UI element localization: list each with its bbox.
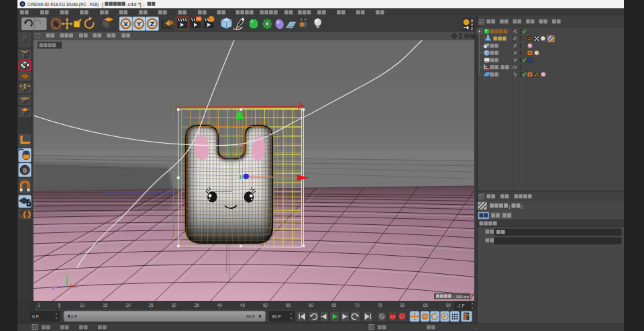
svg-text:X: X (123, 20, 128, 28)
svg-text:90 F: 90 F (246, 314, 255, 319)
svg-text:15: 15 (103, 303, 108, 308)
svg-text:90: 90 (446, 303, 451, 308)
svg-text:z: z (52, 287, 54, 291)
svg-text:x: x (70, 283, 72, 287)
svg-text:65: 65 (331, 303, 337, 308)
svg-text:0 F: 0 F (71, 314, 77, 319)
svg-text:Y: Y (137, 20, 142, 28)
svg-text:60: 60 (309, 303, 314, 308)
svg-text:35: 35 (195, 303, 200, 308)
svg-text:?: ? (400, 314, 403, 319)
svg-text:5: 5 (58, 303, 61, 308)
svg-text:25: 25 (148, 303, 154, 308)
svg-text:0 F: 0 F (32, 314, 39, 319)
svg-text:75: 75 (377, 303, 382, 308)
svg-text:: 100 cm: : 100 cm (453, 295, 469, 299)
svg-text:90 F: 90 F (272, 314, 281, 319)
svg-text:CINEMA 4D R18.011 Studio (RC -: CINEMA 4D R18.011 Studio (RC - R18) - [ (28, 2, 103, 7)
svg-text:45: 45 (240, 303, 246, 308)
svg-text:85: 85 (423, 303, 429, 308)
svg-text:10: 10 (80, 303, 85, 308)
svg-text:20: 20 (125, 303, 131, 308)
svg-text:.1: .1 (511, 66, 514, 70)
svg-text:30: 30 (171, 303, 176, 308)
svg-text:40: 40 (217, 303, 223, 308)
svg-text:S: S (23, 167, 27, 174)
svg-text:55: 55 (286, 303, 291, 308)
svg-text:...: ... (474, 326, 478, 330)
svg-text:50: 50 (263, 303, 268, 308)
svg-text:-1 F: -1 F (457, 303, 465, 308)
svg-text:-1: -1 (37, 303, 41, 308)
svg-text:P: P (443, 314, 447, 319)
svg-text:80: 80 (400, 303, 405, 308)
svg-text:Y: Y (66, 273, 68, 277)
svg-text:.c4d *] -: .c4d *] - (127, 2, 146, 7)
svg-text:Z: Z (150, 20, 154, 28)
svg-text:70: 70 (354, 303, 360, 308)
